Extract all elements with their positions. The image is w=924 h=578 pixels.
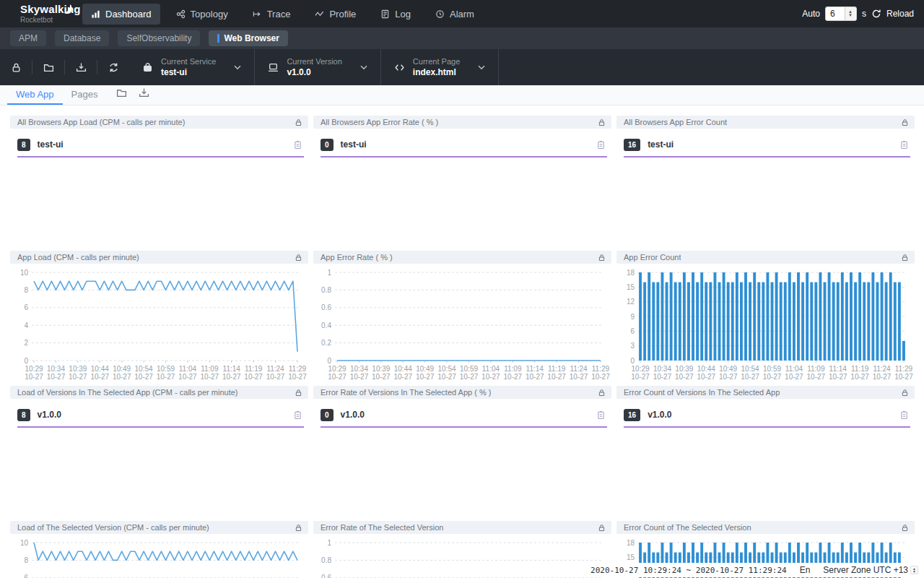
group-chip-label: Database (64, 33, 100, 43)
tab-web-app[interactable]: Web App (7, 85, 63, 105)
card-title: Load of The Selected Version (CPM - call… (17, 523, 209, 532)
svg-text:0.2: 0.2 (321, 339, 331, 347)
clipboard-icon[interactable] (596, 410, 606, 420)
entity-selector-row[interactable]: 8v1.0.0 (17, 407, 302, 423)
entity-selector-row[interactable]: 16v1.0.0 (624, 407, 909, 423)
svg-text:10-27: 10-27 (675, 373, 694, 381)
count-badge: 0 (321, 409, 334, 421)
auto-interval-input[interactable]: ▲▼ (825, 7, 857, 21)
svg-text:11:04: 11:04 (482, 365, 500, 373)
card-header: App Load (CPM - calls per minute) (10, 251, 308, 264)
alarm-icon (435, 9, 445, 19)
chart-version_load: 024681010:2910-2710:3410-2710:3910-2710:… (10, 534, 308, 578)
card-lock-icon[interactable] (598, 254, 606, 262)
svg-text:10-27: 10-27 (328, 373, 346, 381)
card: App Load (CPM - calls per minute)0246810… (10, 251, 308, 382)
tab-pages[interactable]: Pages (63, 85, 107, 105)
group-chip-database[interactable]: Database (55, 30, 109, 46)
group-chip-selfobservability[interactable]: SelfObservability (118, 30, 200, 46)
svg-text:10-27: 10-27 (697, 373, 715, 381)
svg-text:6: 6 (24, 303, 28, 311)
toolbar-button-download[interactable] (65, 49, 97, 85)
group-chip-web-browser[interactable]: Web Browser (209, 30, 287, 46)
zone-stepper[interactable]: ▲▼ (910, 566, 918, 574)
svg-text:10:34: 10:34 (653, 365, 671, 373)
svg-text:10-27: 10-27 (134, 373, 153, 381)
group-chip-apm[interactable]: APM (10, 30, 46, 46)
entity-name: v1.0.0 (38, 410, 61, 420)
entity-selector-row[interactable]: 0v1.0.0 (321, 407, 606, 423)
card-lock-icon[interactable] (295, 254, 302, 262)
svg-text:6: 6 (630, 327, 635, 335)
svg-text:12: 12 (627, 298, 635, 306)
card-lock-icon[interactable] (598, 118, 606, 126)
group-chip-label: APM (19, 33, 38, 43)
entity-selector-row[interactable]: 16test-ui (624, 137, 909, 152)
time-range[interactable]: 2020-10-27 10:29:24 ~ 2020-10-27 11:29:2… (590, 566, 787, 575)
card: Load of Versions In The Selected App (CP… (10, 386, 308, 517)
selector-current-service[interactable]: Current Servicetest-ui (129, 57, 254, 77)
language-toggle[interactable]: En (800, 565, 811, 575)
svg-text:10-27: 10-27 (288, 373, 307, 381)
card-header: Error Count of The Selected Version (616, 521, 915, 534)
clipboard-icon[interactable] (899, 410, 909, 420)
card: Error Count of Versions In The Selected … (616, 386, 915, 517)
svg-text:10:34: 10:34 (47, 365, 65, 373)
chevron-down-icon (360, 65, 367, 70)
card-lock-icon[interactable] (295, 118, 302, 126)
nav-item-label: Dashboard (105, 9, 152, 20)
nav-item-profile[interactable]: Profile (306, 4, 365, 25)
card-title: App Error Count (624, 253, 681, 262)
toolbar-button-lock[interactable] (0, 49, 32, 85)
toolbar-button-folder[interactable] (32, 49, 64, 85)
card-lock-icon[interactable] (901, 118, 909, 126)
reload-icon[interactable] (871, 9, 881, 19)
entity-selector-row[interactable]: 0test-ui (321, 137, 606, 152)
dashboard-icon (91, 9, 100, 19)
footer-bar: 2020-10-27 10:29:24 ~ 2020-10-27 11:29:2… (583, 563, 921, 577)
nav-item-log[interactable]: Log (372, 4, 419, 25)
card-lock-icon[interactable] (598, 389, 606, 397)
lock-icon (11, 62, 22, 73)
card-lock-icon[interactable] (901, 389, 909, 397)
clipboard-icon[interactable] (293, 140, 302, 150)
card-lock-icon[interactable] (295, 524, 302, 532)
card-title: App Load (CPM - calls per minute) (17, 253, 139, 262)
svg-text:10-27: 10-27 (526, 373, 544, 381)
auto-interval-value[interactable] (826, 9, 845, 19)
entity-selector-row[interactable]: 8test-ui (17, 137, 302, 152)
card-title: All Browsers App Error Count (624, 118, 727, 126)
selector-current-page[interactable]: Current Pageindex.html (381, 57, 498, 77)
selector-labels: Current Servicetest-ui (161, 57, 216, 77)
tab-actions (116, 85, 149, 105)
card-lock-icon[interactable] (901, 524, 909, 532)
svg-text:10-27: 10-27 (460, 373, 479, 381)
toolbar-button-refresh[interactable] (97, 49, 129, 85)
dashboard-grid: All Browsers App Load (CPM - calls per m… (0, 105, 924, 578)
nav-item-dashboard[interactable]: Dashboard (82, 4, 160, 25)
chart-app_error_count: 036912151810:2910-2710:3410-2710:3910-27… (616, 264, 915, 382)
svg-text:9: 9 (630, 313, 635, 321)
card-lock-icon[interactable] (295, 389, 302, 397)
clipboard-icon[interactable] (293, 410, 302, 420)
clipboard-icon[interactable] (596, 140, 606, 150)
nav-item-topology[interactable]: Topology (167, 4, 237, 25)
svg-text:10-27: 10-27 (350, 373, 369, 381)
card-lock-icon[interactable] (598, 524, 606, 532)
svg-text:10-27: 10-27 (829, 373, 847, 381)
nav-item-trace[interactable]: Trace (244, 4, 300, 25)
svg-text:10:44: 10:44 (394, 365, 412, 373)
selector-current-version[interactable]: Current Versionv1.0.0 (255, 57, 380, 77)
svg-text:10: 10 (20, 269, 29, 277)
reload-label[interactable]: Reload (886, 9, 914, 19)
count-badge: 16 (624, 409, 640, 421)
nav-item-alarm[interactable]: Alarm (427, 4, 483, 25)
export-download-icon[interactable] (139, 87, 149, 101)
card-header: Load of Versions In The Selected App (CP… (10, 386, 308, 399)
clipboard-icon[interactable] (899, 140, 909, 150)
interval-stepper[interactable]: ▲▼ (845, 7, 855, 20)
card-lock-icon[interactable] (901, 254, 909, 262)
import-folder-icon[interactable] (116, 87, 127, 101)
svg-text:11:19: 11:19 (245, 365, 263, 373)
svg-text:10:54: 10:54 (135, 365, 153, 373)
